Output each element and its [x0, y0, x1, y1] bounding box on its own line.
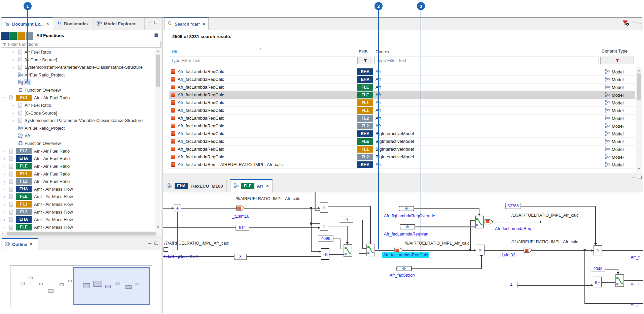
ehb-filter-button[interactable]	[357, 57, 373, 64]
constant-0[interactable]: 0	[340, 217, 353, 223]
port-override[interactable]	[399, 206, 414, 213]
var-afr-flglambdareqoverride[interactable]: Afr_flgLambdaReqOverride	[384, 214, 435, 218]
var-afr-facstoich[interactable]: Afr_facStoich	[390, 273, 415, 278]
search-result-row[interactable]: Afr_facLambdaReqCalcEHABigInteractiveMod…	[169, 130, 635, 138]
chevron-right-icon[interactable]: ›	[12, 57, 14, 62]
tree-item-amf-air-mass-flow[interactable]: ›FL1Amf - Air Mass Flow	[1, 201, 155, 208]
var-afr-faclambdareqman[interactable]: Afr_facLambdaReqMan	[384, 232, 428, 237]
sequence-marker[interactable]	[524, 248, 532, 254]
column-header-context[interactable]: Context	[375, 49, 391, 54]
var-afr-faclambdareq[interactable]: Afr_facLambdaReq	[495, 226, 531, 231]
close-icon[interactable]: ×	[46, 22, 49, 26]
chevron-right-icon[interactable]: ›	[4, 202, 5, 207]
tree-item-amf-air-mass-flow[interactable]: ›FLEAmf - Air Mass Flow	[1, 193, 155, 200]
switch-block[interactable]	[366, 244, 375, 258]
close-icon[interactable]: ×	[266, 184, 269, 188]
tree-item-amf-air-mass-flow[interactable]: ›EHAAmf - Air Mass Flow	[1, 186, 155, 193]
sequence-marker[interactable]	[236, 206, 245, 212]
search-result-row[interactable]: Afr_facLambdaReqCalcFLEAfrModel	[169, 84, 635, 91]
tree-item-air-fuel-ratio[interactable]: ›Air Fuel Ratio	[1, 49, 155, 56]
minimize-icon[interactable]	[148, 22, 151, 23]
view-menu-icon[interactable]: ≣	[154, 32, 158, 38]
var-clipped-3[interactable]: Afr_f	[631, 302, 639, 307]
constant-2048[interactable]: 2048	[591, 266, 605, 272]
maximize-icon[interactable]	[638, 176, 642, 179]
var-clipped-1[interactable]: Afr_fl	[631, 255, 640, 260]
tree-item-afr-air-fuel-ratio[interactable]: ›FL1Afr - Air Fuel Ratio	[1, 170, 155, 178]
tree-item-amf-air-mass-flow[interactable]: ›FL2Amf - Air Mass Flow	[1, 209, 155, 216]
multiply-block[interactable]: ×	[476, 245, 485, 255]
greater-equal-block[interactable]: ≥	[320, 202, 328, 213]
tab-afr[interactable]: FLE Afr ×	[230, 179, 273, 192]
close-icon[interactable]: ×	[203, 22, 205, 26]
constant-4096[interactable]: 4096	[318, 236, 333, 242]
search-result-row[interactable]: Afr_facLambdaReqCalcFL2AfrModel	[169, 115, 635, 122]
model-canvas[interactable]: + ≥ ≤ «k × > k» 512 3 4096 0 32768 2048 …	[163, 192, 643, 313]
scroll-down-icon[interactable]: ▼	[637, 167, 641, 170]
chevron-right-icon[interactable]: ›	[4, 179, 5, 184]
search-result-row[interactable]: Afr_facLambdaReqCalcEHAAfrModel	[169, 76, 635, 84]
scroll-down-icon[interactable]: ▼	[156, 226, 160, 229]
constant-4[interactable]: 4	[505, 282, 517, 288]
scroll-up-icon[interactable]: ▲	[156, 50, 160, 53]
results-vscrollbar[interactable]: ▲ ▼	[636, 67, 642, 172]
tree-item-amf-air-mass-flow[interactable]: ›EHAAmf - Air Mass Flow	[1, 216, 155, 223]
chevron-right-icon[interactable]: ›	[4, 210, 5, 215]
tab-outline[interactable]: Outline ×	[2, 238, 38, 250]
search-result-row[interactable]: Afr_facLambdaReqCalcFL1AfrModel	[169, 107, 635, 115]
constant-3[interactable]: 3	[234, 254, 247, 260]
port-stoich[interactable]	[396, 266, 412, 273]
shift-left-block[interactable]: «k	[321, 248, 329, 260]
maximize-icon[interactable]	[154, 21, 158, 24]
switch-block[interactable]	[344, 244, 352, 258]
switch-block[interactable]	[615, 274, 624, 288]
hit-filter-input[interactable]	[169, 57, 356, 64]
context-filter-input[interactable]	[374, 57, 599, 64]
sum-block[interactable]: +	[174, 205, 181, 212]
column-header-ehb[interactable]: EHB	[359, 49, 368, 54]
tab-flexecu-m160[interactable]: EHA FlexECU_M160	[164, 180, 227, 192]
sort-ascending-icon[interactable]: ∧	[259, 46, 262, 51]
outline-viewport[interactable]	[73, 267, 150, 305]
tab-model-explorer[interactable]: Model Explorer	[94, 18, 145, 30]
chevron-right-icon[interactable]: ›	[4, 217, 5, 222]
tree-item-amf-air-mass-flow[interactable]: ›FLEAmf - Air Mass Flow	[1, 224, 155, 231]
search-result-row[interactable]: Afr_facLambdaReqCalcFL2BigInteractiveMod…	[169, 153, 635, 161]
var-clipped-2[interactable]: Afr_f	[631, 282, 639, 287]
minimize-icon[interactable]	[633, 22, 636, 23]
close-icon[interactable]: ×	[30, 242, 32, 247]
tree-item-afr-air-fuel-ratio[interactable]: ›FL2Afr - Air Fuel Ratio	[1, 178, 155, 185]
outline-thumbnail[interactable]	[10, 265, 152, 307]
maximize-icon[interactable]	[639, 21, 642, 24]
var-bdareqcorr-cur[interactable]: bdaReqCorr_CUR	[164, 254, 199, 259]
filter-functions-input[interactable]	[1, 41, 160, 48]
var-t1sint16[interactable]: _t1sint16	[232, 214, 249, 219]
chevron-right-icon[interactable]: ›	[12, 50, 14, 55]
constant-32768[interactable]: 32768	[505, 203, 521, 209]
var-afr-faclambdareqcalc-highlighted[interactable]: Afr_facLambdaReqCalc	[382, 252, 429, 258]
content-type-filter-button[interactable]	[600, 57, 634, 64]
maximize-icon[interactable]	[154, 242, 158, 245]
input-pin[interactable]	[164, 247, 168, 252]
greater-block[interactable]: >	[594, 245, 602, 255]
scroll-up-icon[interactable]: ▲	[637, 69, 641, 72]
chevron-right-icon[interactable]: ›	[4, 171, 5, 177]
sequence-marker[interactable]	[485, 219, 493, 226]
switch-block[interactable]	[475, 216, 484, 230]
scrollbar-thumb[interactable]	[7, 232, 156, 236]
search-result-row[interactable]: Afr_facLambdaReqCalcFLEBigInteractiveMod…	[169, 138, 635, 146]
tab-search[interactable]: Search *cal* ×	[164, 18, 209, 30]
search-result-row[interactable]: Afr_facLambdaReqCalcFL1BigInteractiveMod…	[169, 146, 635, 153]
tree-item--c-code-source-[interactable]: ›[C-Code Source]	[1, 56, 155, 64]
search-result-row[interactable]: Afr_facLambdaReq__AIRFUELRATIO_IMPL_Afr_…	[169, 161, 635, 169]
tab-bookmarks[interactable]: Bookmarks	[54, 18, 94, 30]
search-result-row[interactable]: Afr_facLambdaReqCalcFL2AfrModel	[169, 122, 635, 130]
shift-right-block[interactable]: k»	[593, 277, 602, 287]
minimize-icon[interactable]	[632, 177, 636, 178]
search-result-row[interactable]: Afr_facLambdaReqCalcEHAAfrModel	[169, 68, 635, 76]
search-result-row[interactable]: Afr_facLambdaReqCalcFLEAfrModel	[169, 91, 635, 99]
column-header-content-type[interactable]: Content Type	[602, 49, 628, 54]
clear-filter-icon[interactable]	[622, 20, 629, 28]
scroll-left-icon[interactable]: ‹	[2, 232, 3, 236]
chevron-right-icon[interactable]: ›	[4, 225, 5, 230]
